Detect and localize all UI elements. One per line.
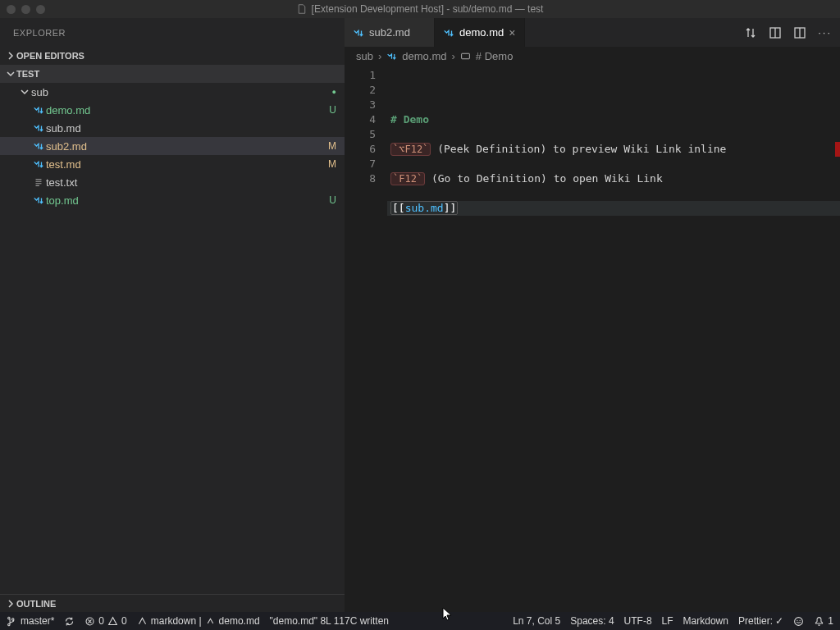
code-line[interactable] <box>387 186 840 201</box>
status-file-label: demo.md <box>219 615 260 627</box>
symbol-icon <box>460 51 471 62</box>
workspace-header[interactable]: TEST <box>0 65 345 83</box>
status-mode[interactable]: markdown | demo.md <box>137 615 260 627</box>
code-area[interactable]: # Demo`⌥F12` (Peek Definition) to previe… <box>387 65 840 612</box>
encoding[interactable]: UTF-8 <box>624 615 652 627</box>
window-title: [Extension Development Host] - sub/demo.… <box>312 3 544 15</box>
git-status-badge: M <box>328 140 336 152</box>
file-row[interactable]: test.txt <box>0 173 345 191</box>
open-editors-header[interactable]: OPEN EDITORS <box>0 47 345 65</box>
open-preview-icon[interactable] <box>769 26 782 39</box>
editor-tab[interactable]: sub2.md <box>345 18 435 47</box>
minimize-window-icon[interactable] <box>21 5 30 14</box>
code-line[interactable]: # Demo <box>387 112 840 127</box>
status-bar: master* 0 0 markdown | demo.md "demo.md"… <box>0 612 840 630</box>
language-mode[interactable]: Markdown <box>683 615 728 627</box>
breadcrumbs[interactable]: sub › demo.md › # Demo <box>345 47 840 65</box>
outline-label: OUTLINE <box>16 599 56 609</box>
code-line[interactable] <box>387 157 840 171</box>
git-branch[interactable]: master* <box>7 615 54 627</box>
markdown-icon <box>386 51 397 62</box>
explorer-sidebar: EXPLORER OPEN EDITORS TEST sub●demo.mdUs… <box>0 18 345 612</box>
svg-point-6 <box>800 619 801 620</box>
file-name: sub2.md <box>46 140 328 153</box>
code-line[interactable]: `F12` (Go to Definition) to open Wiki Li… <box>387 171 840 186</box>
text-file-icon <box>31 176 46 188</box>
tab-label: sub2.md <box>369 26 410 39</box>
line-number-gutter: 12345678 <box>345 65 387 612</box>
workspace-name: TEST <box>16 69 39 79</box>
breadcrumb-symbol[interactable]: # Demo <box>476 50 514 62</box>
file-row[interactable]: demo.mdU <box>0 101 345 119</box>
file-name: top.md <box>46 194 329 207</box>
file-name: sub.md <box>46 122 336 135</box>
file-row[interactable]: test.mdM <box>0 155 345 173</box>
file-name: test.md <box>46 158 328 171</box>
close-tab-icon[interactable]: × <box>509 27 515 39</box>
branch-name: master* <box>21 615 54 627</box>
status-message: "demo.md" 8L 117C written <box>270 615 389 627</box>
markdown-icon <box>31 194 46 206</box>
tabbar-actions: ··· <box>736 18 840 47</box>
markdown-icon <box>31 104 46 116</box>
breadcrumb-separator: › <box>378 50 381 62</box>
git-status-badge: U <box>329 194 336 206</box>
chevron-right-icon <box>5 52 16 60</box>
editor-tab[interactable]: demo.md× <box>435 18 525 47</box>
file-name: demo.md <box>46 104 329 116</box>
warning-count: 0 <box>121 615 127 627</box>
file-name: test.txt <box>46 176 336 189</box>
file-row[interactable]: top.mdU <box>0 191 345 209</box>
file-tree[interactable]: sub●demo.mdUsub.mdsub2.mdMtest.mdMtest.t… <box>0 83 345 594</box>
git-status-badge: U <box>329 104 336 116</box>
chevron-down-icon <box>18 88 31 96</box>
code-line[interactable]: [[sub.md]] <box>387 201 840 216</box>
chevron-right-icon <box>5 600 16 608</box>
compare-changes-icon[interactable] <box>744 26 757 39</box>
file-row[interactable]: sub2.mdM <box>0 137 345 155</box>
status-message-text: "demo.md" 8L 117C written <box>270 615 389 627</box>
tab-bar: sub2.mddemo.md× ··· <box>345 18 840 47</box>
breadcrumb-folder[interactable]: sub <box>356 50 373 62</box>
zoom-window-icon[interactable] <box>36 5 45 14</box>
git-status-badge: M <box>328 158 336 170</box>
status-mode-label: markdown | <box>151 615 202 627</box>
editor-group: sub2.mddemo.md× ··· sub › demo.md › <box>345 18 840 612</box>
svg-point-4 <box>795 617 803 625</box>
folder-name: sub <box>31 86 332 98</box>
svg-point-5 <box>797 619 798 620</box>
sync-button[interactable] <box>64 616 75 627</box>
window-controls[interactable] <box>7 0 45 18</box>
markdown-icon <box>31 158 46 170</box>
feedback-icon[interactable] <box>793 616 804 627</box>
cursor-position[interactable]: Ln 7, Col 5 <box>513 615 560 627</box>
markdown-icon <box>31 122 46 134</box>
folder-row[interactable]: sub● <box>0 83 345 101</box>
file-icon <box>297 4 307 14</box>
svg-rect-2 <box>461 53 469 59</box>
outline-header[interactable]: OUTLINE <box>0 594 345 612</box>
close-window-icon[interactable] <box>7 5 16 14</box>
explorer-title: EXPLORER <box>0 18 345 47</box>
titlebar: [Extension Development Host] - sub/demo.… <box>0 0 840 18</box>
split-editor-icon[interactable] <box>793 26 806 39</box>
chevron-down-icon <box>5 70 16 78</box>
git-status-badge: ● <box>332 88 336 96</box>
markdown-icon <box>31 140 46 152</box>
more-actions-icon[interactable]: ··· <box>818 26 832 39</box>
text-editor[interactable]: 12345678 # Demo`⌥F12` (Peek Definition) … <box>345 65 840 612</box>
error-count: 0 <box>98 615 104 627</box>
indentation[interactable]: Spaces: 4 <box>570 615 614 627</box>
prettier-status[interactable]: Prettier: ✓ <box>738 615 783 627</box>
code-line[interactable]: `⌥F12` (Peek Definition) to preview Wiki… <box>387 142 840 157</box>
breadcrumb-file[interactable]: demo.md <box>402 50 446 62</box>
file-row[interactable]: sub.md <box>0 119 345 137</box>
notifications[interactable]: 1 <box>814 615 833 627</box>
code-line[interactable] <box>387 216 840 231</box>
minimap-marker <box>835 142 840 157</box>
breadcrumb-separator: › <box>452 50 455 62</box>
code-line[interactable] <box>387 127 840 142</box>
problems[interactable]: 0 0 <box>84 615 126 627</box>
eol[interactable]: LF <box>662 615 673 627</box>
open-editors-label: OPEN EDITORS <box>16 51 84 61</box>
